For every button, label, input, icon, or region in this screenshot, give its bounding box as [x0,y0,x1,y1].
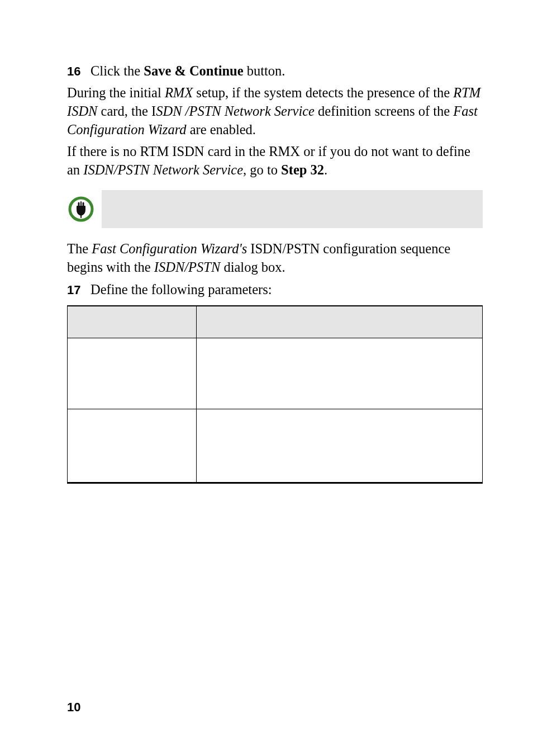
p3-t0: The [67,241,92,256]
p3-i2: ISDN/PSTN [154,259,220,275]
step-number-16: 16 [67,64,91,79]
table-cell-desc [197,409,483,483]
step-17-text: Define the following parameters: [91,280,272,299]
table-cell-field [68,338,197,409]
step-17-line: 17 Define the following parameters: [67,280,483,299]
parameter-table [67,305,483,484]
step-number-17: 17 [67,283,91,297]
plug-icon [67,195,95,223]
paragraph-sequence: The Fast Configuration Wizard's ISDN/PST… [67,239,483,276]
paragraph-no-rtm: If there is no RTM ISDN card in the RMX … [67,142,483,179]
p2-t2: . [324,162,327,177]
p2-b1: Step 32 [281,162,324,177]
p1-t2: card, the I [97,103,156,119]
table-cell-field [68,409,197,483]
table-header-row [68,306,483,338]
p3-t2: dialog box. [220,259,285,275]
p2-i1: ISDN/PSTN Network Service [83,162,243,177]
table-header-field [68,306,197,338]
p1-t3: definition screens of the [315,103,453,119]
table-row [68,338,483,409]
paragraph-setup: During the initial RMX setup, if the sys… [67,83,483,139]
p1-t1: setup, if the system detects the presenc… [193,85,453,100]
p1-i1: RMX [165,85,193,100]
table-header-description [197,306,483,338]
table-cell-desc [197,338,483,409]
page: 16 Click the Save & Continue button. Dur… [0,0,533,756]
step-16-suffix: button. [244,63,285,78]
p2-t1: , go to [243,162,281,177]
note-body [102,190,483,228]
page-number: 10 [67,700,80,715]
step-16-bold: Save & Continue [144,63,243,78]
note-icon-cell [67,190,102,228]
table-row [68,409,483,483]
parameter-table-wrap [67,305,483,484]
p1-i3: SDN /PSTN Network Service [156,103,315,119]
step-16-line: 16 Click the Save & Continue button. [67,62,483,80]
p3-i1: Fast Configuration Wizard's [92,241,247,256]
step-16-text: Click the Save & Continue button. [91,62,285,80]
step-16-prefix: Click the [91,63,144,78]
note-callout [67,190,483,228]
p1-t4: are enabled. [187,122,256,137]
p1-t0: During the initial [67,85,165,100]
